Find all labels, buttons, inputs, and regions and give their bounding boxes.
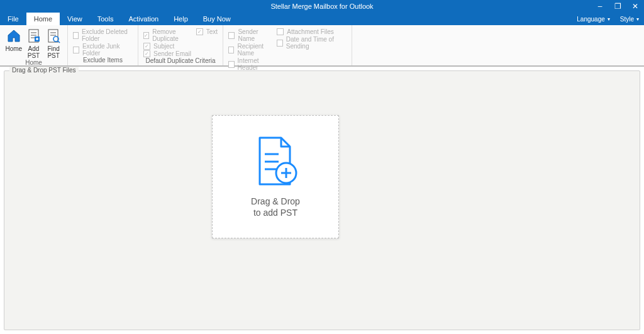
add-file-icon <box>26 28 42 44</box>
svg-rect-7 <box>48 30 58 42</box>
checkbox-icon <box>277 40 282 47</box>
drag-drop-area[interactable]: Drag & Drop PST Files Drag & Drop to add… <box>4 70 640 330</box>
checkbox-icon <box>228 47 234 53</box>
checkbox-icon <box>73 47 79 53</box>
ribbon-group-default-duplicate: Remove Duplicate Subject Sender Email Te… <box>138 25 223 65</box>
add-file-large-icon <box>251 135 300 189</box>
sender-name-checkbox[interactable]: Sender Name <box>228 28 274 42</box>
drop-text: Drag & Drop to add PST <box>251 196 300 218</box>
menu-bar: File Home View Tools Activation Help Buy… <box>0 13 644 25</box>
checkbox-icon <box>143 43 150 50</box>
ribbon-group-label: Default Duplicate Criteria <box>138 57 223 66</box>
svg-line-11 <box>58 41 60 43</box>
window-controls: – ❐ ✕ <box>591 0 644 13</box>
checkbox-icon <box>228 32 235 39</box>
maximize-button[interactable]: ❐ <box>609 0 626 13</box>
ribbon-group-home: Home AddPST FindPST Home <box>0 25 68 65</box>
app-title: Stellar Merge Mailbox for Outlook <box>270 3 373 10</box>
attachment-files-checkbox[interactable]: Attachment Files <box>277 28 347 35</box>
language-dropdown[interactable]: Language <box>572 13 615 25</box>
ribbon-group-exclude: Exclude Deleted Folder Exclude Junk Fold… <box>68 25 138 65</box>
style-dropdown[interactable]: Style <box>615 13 644 25</box>
menu-tools[interactable]: Tools <box>90 13 121 25</box>
menu-left: File Home View Tools Activation Help Buy… <box>0 13 238 25</box>
menu-help[interactable]: Help <box>166 13 196 25</box>
checkbox-icon <box>73 32 79 39</box>
find-file-icon <box>45 28 62 44</box>
checkbox-icon <box>143 50 150 57</box>
checkbox-icon <box>143 32 149 39</box>
remove-duplicate-checkbox[interactable]: Remove Duplicate <box>143 28 194 42</box>
checkbox-icon <box>196 28 203 35</box>
sender-email-checkbox[interactable]: Sender Email <box>143 50 194 57</box>
title-bar: Stellar Merge Mailbox for Outlook – ❐ ✕ <box>0 0 644 13</box>
fieldset-label: Drag & Drop PST Files <box>9 67 79 74</box>
add-pst-button[interactable]: AddPST <box>25 28 43 59</box>
date-time-checkbox[interactable]: Date and Time of Sending <box>277 36 347 50</box>
recipient-name-checkbox[interactable]: Recipient Name <box>228 43 274 57</box>
menu-right: Language Style <box>572 13 644 25</box>
ribbon-group-label: Exclude Items <box>68 57 138 65</box>
menu-buy-now[interactable]: Buy Now <box>196 13 238 25</box>
close-button[interactable]: ✕ <box>626 0 644 13</box>
drop-card[interactable]: Drag & Drop to add PST <box>212 115 339 238</box>
internet-header-checkbox[interactable]: Internet Header <box>228 57 274 71</box>
text-checkbox[interactable]: Text <box>196 28 218 35</box>
menu-file[interactable]: File <box>0 13 26 25</box>
menu-view[interactable]: View <box>60 13 90 25</box>
menu-home[interactable]: Home <box>26 13 60 25</box>
find-pst-button[interactable]: FindPST <box>45 28 62 59</box>
checkbox-icon <box>228 61 235 68</box>
minimize-button[interactable]: – <box>591 0 609 13</box>
menu-activation[interactable]: Activation <box>121 13 166 25</box>
checkbox-icon <box>277 28 284 35</box>
home-button[interactable]: Home <box>5 28 23 52</box>
ribbon: Home AddPST FindPST Home Exclude Deleted… <box>0 25 644 67</box>
subject-checkbox[interactable]: Subject <box>143 43 194 50</box>
ribbon-group-advanced-duplicate: Sender Name Recipient Name Internet Head… <box>223 25 352 65</box>
exclude-deleted-checkbox[interactable]: Exclude Deleted Folder <box>73 28 133 42</box>
home-icon <box>6 28 22 44</box>
exclude-junk-checkbox[interactable]: Exclude Junk Folder <box>73 43 133 57</box>
